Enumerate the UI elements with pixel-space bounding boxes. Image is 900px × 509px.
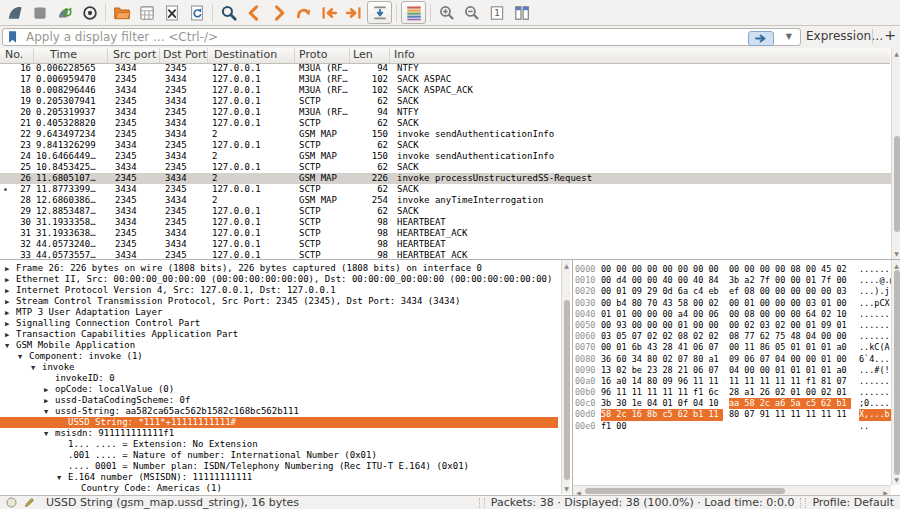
zoom-out-button[interactable]	[459, 1, 484, 24]
hex-row[interactable]: 00a016 a0 14 80 09 96 11 1111 11 11 11 1…	[575, 376, 892, 387]
resize-columns-button[interactable]	[509, 1, 534, 24]
expander-open-icon[interactable]: ▼	[44, 407, 55, 417]
expander-open-icon[interactable]: ▼	[5, 341, 16, 351]
scrollbar-thumb[interactable]	[894, 136, 900, 232]
find-packet-button[interactable]	[216, 1, 241, 24]
expander-open-icon[interactable]: ▼	[57, 473, 68, 483]
scroll-down-icon[interactable]: ▼	[892, 249, 900, 258]
packet-row[interactable]: 190.20530794123453434127.0.0.1SCTP62SACK	[0, 96, 891, 107]
hex-row[interactable]: 00b096 11 11 11 11 11 f1 6c28 a1 26 02 0…	[575, 387, 892, 398]
expander-closed-icon[interactable]: ▶	[44, 385, 55, 395]
filter-dropdown-caret-icon[interactable]: ▼	[786, 32, 792, 41]
hex-row[interactable]: 005000 93 00 00 00 01 00 0000 02 03 02 0…	[575, 320, 892, 331]
hex-row[interactable]: 007000 01 6b 43 28 41 06 0700 11 86 05 0…	[575, 342, 892, 353]
expander-closed-icon[interactable]: ▶	[44, 396, 55, 406]
expander-closed-icon[interactable]: ▶	[5, 264, 16, 274]
packet-row[interactable]: 160.00622856534342345127.0.0.1M3UA (RF…9…	[0, 63, 891, 74]
packet-row[interactable]: 3244.0573240…23453434127.0.0.1SCTP98HEAR…	[0, 239, 891, 250]
column-header-time[interactable]: Time	[34, 48, 108, 63]
scroll-up-icon[interactable]: ▲	[892, 49, 900, 58]
colorize-toggle[interactable]	[401, 1, 426, 24]
column-header-src-port[interactable]: Src port	[108, 48, 160, 63]
hex-row[interactable]: 008036 60 34 80 02 07 80 a109 06 07 04 0…	[575, 354, 892, 365]
packet-row[interactable]: 180.00829644634342345127.0.0.1M3UA (RF…1…	[0, 85, 891, 96]
expert-info-icon[interactable]	[5, 496, 18, 509]
column-header-protocol[interactable]: Proto	[295, 48, 350, 63]
apply-filter-button[interactable]	[748, 31, 774, 46]
expander-open-icon[interactable]: ▼	[44, 429, 55, 439]
close-file-button[interactable]	[159, 1, 184, 24]
hex-row[interactable]: 006003 05 07 02 02 08 02 0208 77 62 75 4…	[575, 331, 892, 342]
reload-file-button[interactable]	[184, 1, 209, 24]
packet-row[interactable]: 2812.6860386…234534342GSM MAP254invoke a…	[0, 195, 891, 206]
tree-line[interactable]: ▶Signalling Connection Control Part	[0, 318, 558, 329]
bytes-hscrollbar[interactable]: ◀ ▶	[573, 485, 891, 495]
tree-line[interactable]: ▶MTP 3 User Adaptation Layer	[0, 307, 558, 318]
go-first-button[interactable]	[316, 1, 341, 24]
tree-line[interactable]: ▶Internet Protocol Version 4, Src: 127.0…	[0, 285, 558, 296]
hex-row[interactable]: 00e0f1 00..	[575, 421, 892, 432]
hex-row[interactable]: 004001 01 00 00 00 a4 00 0600 08 00 00 0…	[575, 309, 892, 320]
hex-row[interactable]: 00c03b 30 1e 04 01 0f 04 10aa 58 2c a6 5…	[575, 398, 892, 409]
hex-row[interactable]: 00d058 2c 16 8b c5 62 b1 1180 07 91 11 1…	[575, 409, 892, 420]
scroll-up-icon[interactable]: ▲	[562, 261, 571, 270]
tree-line[interactable]: ▼invoke	[0, 362, 558, 373]
expander-open-icon[interactable]: ▼	[31, 363, 42, 373]
tree-line[interactable]: ▶Transaction Capabilities Application Pa…	[0, 329, 558, 340]
tree-line[interactable]: ▼E.164 number (MSISDN): 11111111111	[0, 472, 558, 483]
hex-row[interactable]: 003000 b4 80 70 43 58 00 0200 01 00 00 0…	[575, 298, 892, 309]
packet-row[interactable]: 200.20531993734342345127.0.0.1M3UA (RF…9…	[0, 107, 891, 118]
tree-line[interactable]: ▶Frame 26: 226 bytes on wire (1808 bits)…	[0, 263, 558, 274]
go-back-button[interactable]	[241, 1, 266, 24]
capture-options-button[interactable]	[77, 1, 102, 24]
tree-line[interactable]: ▼GSM Mobile Application	[0, 340, 558, 351]
hex-row[interactable]: 001000 d4 00 00 40 00 40 843b a2 7f 00 0…	[575, 275, 892, 286]
go-last-button[interactable]	[341, 1, 366, 24]
scroll-up-icon[interactable]: ▲	[892, 261, 900, 270]
add-filter-button[interactable]: +	[883, 27, 897, 43]
column-header-info[interactable]: Info	[390, 48, 890, 63]
scrollbar-thumb[interactable]	[564, 300, 570, 480]
expander-closed-icon[interactable]: ▶	[5, 319, 16, 329]
packet-row[interactable]: 170.00695947023453434127.0.0.1M3UA (RF…1…	[0, 74, 891, 85]
zoom-in-button[interactable]	[434, 1, 459, 24]
tree-line[interactable]: ▶ussd-DataCodingScheme: 0f	[0, 395, 558, 406]
stop-capture-button[interactable]	[27, 1, 52, 24]
packet-row[interactable]: 229.643497234234534342GSM MAP150invoke s…	[0, 129, 891, 140]
profile-status[interactable]: Profile: Default	[812, 496, 894, 509]
scrollbar-thumb[interactable]	[894, 270, 900, 475]
go-forward-button[interactable]	[266, 1, 291, 24]
expander-closed-icon[interactable]: ▶	[5, 286, 16, 296]
scrollbar-thumb[interactable]	[585, 488, 785, 494]
tree-line[interactable]: ▶opCode: localValue (0)	[0, 384, 558, 395]
bytes-vscrollbar[interactable]: ▲ ▼	[891, 260, 900, 485]
auto-scroll-toggle[interactable]	[367, 1, 392, 24]
go-to-packet-button[interactable]	[291, 1, 316, 24]
packet-row[interactable]: 3344.0573557…34342345127.0.0.1SCTP98HEAR…	[0, 250, 891, 259]
filter-bookmark-icon[interactable]	[6, 29, 22, 45]
tree-line[interactable]: .... 0001 = Number plan: ISDN/Telephony …	[0, 461, 558, 472]
packet-row[interactable]: 2611.6805107…234534342GSM MAP226invoke p…	[0, 173, 891, 184]
tree-line[interactable]: ▼ussd-String: aa582ca65ac562b1582c168bc5…	[0, 406, 558, 417]
tree-line[interactable]: ▼Component: invoke (1)	[0, 351, 558, 362]
expander-open-icon[interactable]: ▼	[18, 352, 29, 362]
packet-row[interactable]: 210.40532882023453434127.0.0.1SCTP62SACK	[0, 118, 891, 129]
expander-closed-icon[interactable]: ▶	[5, 308, 16, 318]
packet-list-scrollbar[interactable]: ▲ ▼	[891, 48, 900, 259]
zoom-original-button[interactable]: 1	[484, 1, 509, 24]
packet-row[interactable]: 3131.1933638…23453434127.0.0.1SCTP98HEAR…	[0, 228, 891, 239]
packet-row[interactable]: 2410.6466449…234534342GSM MAP150invoke s…	[0, 151, 891, 162]
tree-line[interactable]: ▶Ethernet II, Src: 00:00:00_00:00:00 (00…	[0, 274, 558, 285]
hex-row[interactable]: 000000 00 00 00 00 00 00 0000 00 00 00 0…	[575, 264, 892, 275]
hex-row[interactable]: 002000 01 09 29 0d 6a c4 ebef 08 00 00 0…	[575, 286, 892, 297]
tree-line[interactable]: .001 .... = Nature of number: Internatio…	[0, 450, 558, 461]
packet-row[interactable]: 239.84132629934342345127.0.0.1SCTP62SACK	[0, 140, 891, 151]
column-header-dst-port[interactable]: Dst Port	[160, 48, 208, 63]
packet-row[interactable]: 2912.8853487…34342345127.0.0.1SCTP62SACK	[0, 206, 891, 217]
column-header-destination[interactable]: Destination	[208, 48, 295, 63]
tree-line[interactable]: 1... .... = Extension: No Extension	[0, 439, 558, 450]
hex-row[interactable]: 009013 02 be 23 28 21 06 0704 00 00 01 0…	[575, 365, 892, 376]
expander-closed-icon[interactable]: ▶	[5, 297, 16, 307]
packet-row[interactable]: 2510.8453425…34342345127.0.0.1SCTP62SACK	[0, 162, 891, 173]
display-filter-input[interactable]: Apply a display filter ... <Ctrl-/> ▼	[2, 28, 801, 46]
